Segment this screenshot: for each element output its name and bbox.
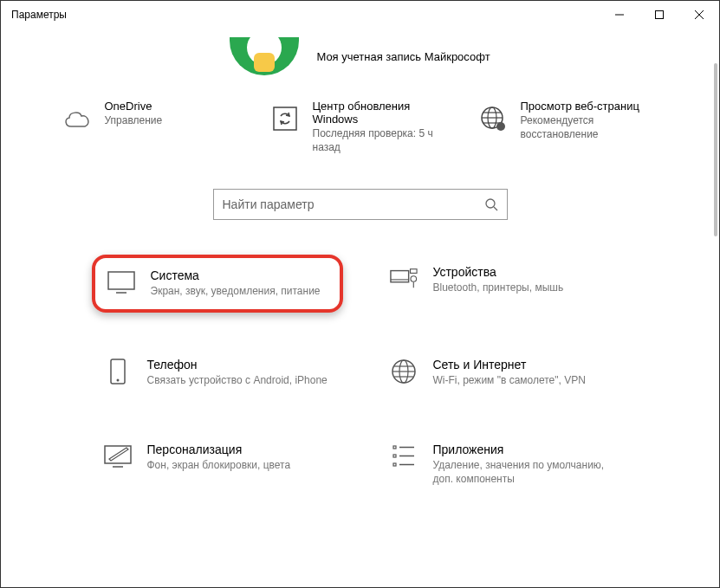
maximize-button[interactable] (639, 1, 679, 29)
svg-rect-15 (390, 271, 408, 282)
search-icon (484, 197, 498, 211)
account-row: Моя учетная запись Майкрософт (18, 29, 702, 91)
categories-grid: Система Экран, звук, уведомления, питани… (92, 255, 629, 496)
svg-rect-1 (656, 11, 664, 19)
status-web-browsing[interactable]: Просмотр веб-страниц Рекомендуется восст… (477, 100, 659, 154)
category-system-sub: Экран, звук, уведомления, питание (151, 284, 321, 298)
category-personalization-title: Персонализация (147, 443, 291, 456)
devices-icon (390, 265, 418, 293)
status-onedrive-sub: Управление (105, 113, 163, 127)
system-icon (107, 268, 135, 296)
status-onedrive[interactable]: OneDrive Управление (62, 100, 243, 154)
svg-rect-4 (274, 107, 296, 130)
titlebar: Параметры (1, 1, 719, 29)
category-network-sub: Wi-Fi, режим "в самолете", VPN (433, 373, 586, 387)
category-apps[interactable]: Приложения Удаление, значения по умолчан… (378, 432, 629, 496)
status-update-sub: Последняя проверка: 5 ч назад (313, 126, 451, 154)
svg-point-11 (486, 199, 495, 208)
category-apps-sub: Удаление, значения по умолчанию, доп. ко… (433, 458, 617, 486)
scrollbar-thumb[interactable] (714, 63, 717, 236)
globe-icon (477, 103, 509, 134)
category-devices-sub: Bluetooth, принтеры, мышь (433, 281, 564, 294)
svg-point-21 (116, 378, 119, 381)
category-personalization-sub: Фон, экран блокировки, цвета (147, 458, 291, 472)
category-network-title: Сеть и Интернет (433, 358, 586, 372)
status-onedrive-title: OneDrive (105, 100, 163, 113)
status-web-sub: Рекомендуется восстановление (521, 113, 659, 141)
category-phone-title: Телефон (147, 358, 328, 372)
svg-rect-17 (410, 269, 417, 274)
settings-window: Параметры Моя учетная запись Майкрософт (0, 0, 720, 588)
category-personalization[interactable]: Персонализация Фон, экран блокировки, цв… (92, 432, 343, 496)
svg-rect-31 (393, 463, 396, 466)
window-title: Параметры (11, 9, 67, 21)
microsoft-account-link[interactable]: Моя учетная запись Майкрософт (316, 50, 490, 63)
apps-icon (390, 443, 418, 470)
category-system-title: Система (151, 268, 321, 282)
svg-rect-29 (393, 446, 396, 449)
category-phone[interactable]: Телефон Связать устройство с Android, iP… (92, 347, 343, 397)
window-controls (600, 1, 719, 29)
network-icon (390, 358, 418, 385)
category-apps-title: Приложения (433, 443, 617, 456)
status-update-title: Центр обновления Windows (313, 100, 451, 126)
avatar (230, 37, 299, 75)
svg-rect-13 (108, 272, 134, 289)
svg-point-10 (496, 122, 505, 131)
status-web-title: Просмотр веб-страниц (521, 100, 659, 113)
close-button[interactable] (679, 1, 719, 29)
svg-line-12 (494, 207, 497, 210)
status-windows-update[interactable]: Центр обновления Windows Последняя прове… (269, 100, 451, 154)
minimize-button[interactable] (600, 1, 639, 29)
category-devices-title: Устройства (433, 265, 564, 279)
personalization-icon (104, 443, 132, 470)
content-area: Моя учетная запись Майкрософт OneDrive У… (1, 29, 719, 587)
search-input[interactable]: Найти параметр (213, 189, 508, 220)
status-row: OneDrive Управление Центр обновления Win… (18, 91, 702, 180)
update-icon (269, 103, 301, 134)
svg-rect-30 (393, 455, 396, 457)
category-phone-sub: Связать устройство с Android, iPhone (147, 373, 328, 387)
category-system[interactable]: Система Экран, звук, уведомления, питани… (92, 255, 343, 312)
svg-point-18 (411, 276, 417, 282)
cloud-icon (62, 103, 93, 134)
category-devices[interactable]: Устройства Bluetooth, принтеры, мышь (378, 255, 629, 312)
search-placeholder: Найти параметр (223, 197, 315, 211)
phone-icon (104, 358, 132, 385)
category-network[interactable]: Сеть и Интернет Wi-Fi, режим "в самолете… (378, 347, 629, 397)
